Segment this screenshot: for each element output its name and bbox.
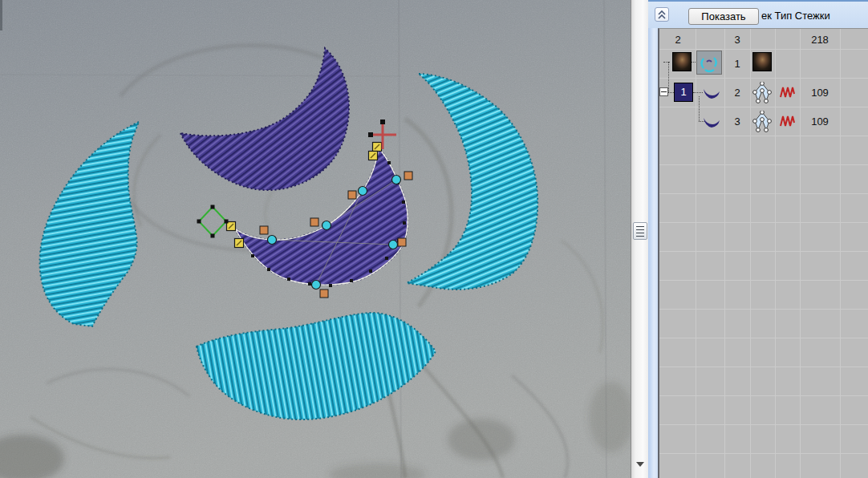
photo-thumbnail[interactable] — [672, 52, 692, 71]
embroidery-editor-window: Показать ек Тип Стежки 2 3 218 — [0, 0, 868, 478]
fill-shape-icon — [752, 82, 773, 103]
total-objects: 2 — [675, 34, 680, 46]
row-index: 1 — [734, 58, 740, 70]
tree-connector — [699, 96, 700, 121]
collapse-panel-button[interactable] — [655, 7, 669, 22]
tree-connector — [693, 92, 703, 93]
satin-stitch-type-icon — [779, 86, 796, 99]
row-index: 3 — [734, 115, 740, 128]
total-types: 3 — [734, 34, 740, 46]
grip-line — [636, 229, 644, 230]
canvas-svg[interactable] — [0, 0, 631, 478]
grip-line — [636, 233, 644, 233]
tree-connector — [667, 92, 674, 93]
show-button[interactable]: Показать — [688, 8, 759, 25]
panel-splitter[interactable] — [631, 0, 648, 478]
design-preview-thumbnail[interactable] — [696, 51, 722, 75]
design-preview-icon — [697, 51, 721, 74]
tree-expander-minus[interactable] — [659, 87, 668, 96]
tree-connector — [668, 62, 669, 92]
stitch-count: 109 — [811, 115, 829, 128]
fill-shape-icon — [752, 111, 773, 132]
photo-thumbnail[interactable] — [752, 52, 772, 71]
satin-stitch-type-icon — [779, 115, 796, 128]
column-headers-label: ек Тип Стежки — [761, 10, 830, 22]
crescent-icon — [703, 85, 721, 99]
crescent-icon — [703, 114, 721, 128]
chevron-double-up-icon — [655, 8, 668, 21]
grip-line — [636, 226, 644, 227]
object-table[interactable]: 2 3 218 — [658, 28, 868, 478]
design-canvas[interactable] — [0, 0, 631, 478]
tree-connector — [663, 62, 670, 63]
splitter-grip-icon[interactable] — [633, 222, 647, 240]
object-list-panel: Показать ек Тип Стежки 2 3 218 — [648, 0, 868, 478]
row-index: 2 — [734, 87, 740, 99]
selected-object-badge[interactable]: 1 — [674, 83, 693, 102]
stitch-count: 109 — [811, 87, 829, 99]
total-stitches: 218 — [811, 34, 829, 46]
scroll-down-arrow-icon[interactable] — [636, 462, 644, 467]
panel-left-margin — [648, 28, 658, 478]
grip-line — [636, 236, 644, 237]
